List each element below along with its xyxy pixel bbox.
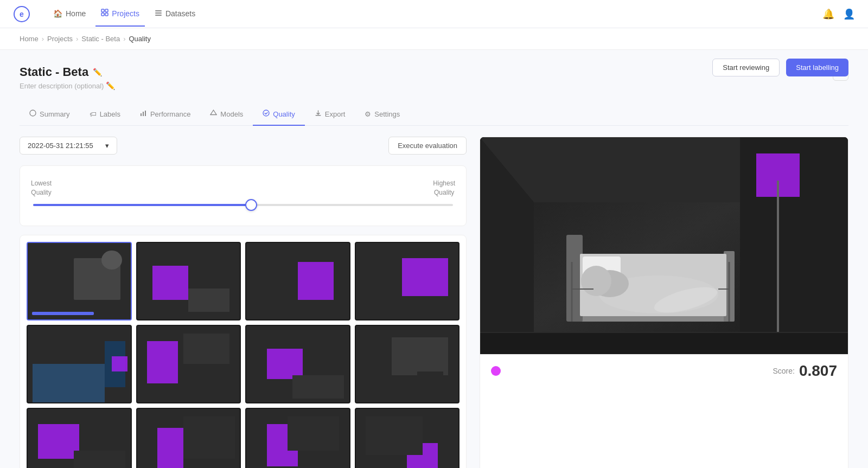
svg-marker-13 (210, 110, 216, 115)
svg-rect-15 (315, 115, 321, 116)
edit-title-icon[interactable]: ✏️ (93, 68, 102, 76)
page-container: Static - Beta ✏️ Enter description (opti… (0, 50, 868, 468)
svg-rect-2 (101, 9, 104, 12)
main-image-display (480, 137, 848, 354)
top-navigation: e 🏠 Home Projects Datasets 🔔 👤 (0, 0, 868, 28)
chevron-down-icon: ▾ (105, 142, 109, 150)
home-icon: 🏠 (53, 9, 62, 18)
project-info: Static - Beta ✏️ Enter description (opti… (20, 65, 115, 90)
grid-item-1[interactable] (136, 242, 241, 320)
projects-icon (101, 9, 108, 18)
nav-links: 🏠 Home Projects Datasets (48, 1, 201, 27)
grid-item-9[interactable] (136, 408, 241, 468)
labels-icon: 🏷 (90, 110, 97, 118)
date-selector-row: 2022-05-31 21:21:55 ▾ Execute evaluation (20, 137, 467, 155)
breadcrumb-sep-3: › (123, 35, 125, 43)
summary-icon (29, 110, 36, 118)
action-buttons: Start reviewing Start labelling (712, 59, 848, 76)
grid-item-8[interactable] (27, 408, 132, 468)
grid-item-10[interactable] (245, 408, 350, 468)
main-image-svg (480, 137, 848, 354)
tab-quality[interactable]: Quality (253, 103, 304, 126)
svg-rect-6 (155, 10, 162, 11)
quality-slider-wrapper[interactable] (31, 204, 455, 206)
datasets-icon (155, 9, 162, 18)
svg-rect-10 (141, 113, 142, 116)
nav-right: 🔔 👤 (822, 8, 855, 20)
start-reviewing-button[interactable]: Start reviewing (712, 59, 780, 76)
nav-home[interactable]: 🏠 Home (48, 2, 91, 27)
grid-item-11[interactable] (355, 408, 460, 468)
grid-item-3[interactable] (355, 242, 460, 320)
tab-performance[interactable]: Performance (130, 103, 200, 126)
breadcrumb-current: Quality (129, 35, 151, 43)
date-dropdown[interactable]: 2022-05-31 21:21:55 ▾ (20, 137, 117, 155)
svg-rect-12 (145, 111, 146, 116)
grid-item-7[interactable] (355, 325, 460, 403)
slider-fill (33, 204, 251, 206)
bell-button[interactable]: 🔔 (822, 8, 834, 20)
export-icon (315, 110, 322, 118)
project-title: Static - Beta (20, 65, 88, 79)
app-logo[interactable]: e (13, 5, 30, 23)
slider-track (33, 204, 453, 206)
grid-item-0[interactable] (27, 242, 132, 320)
grid-item-6[interactable] (245, 325, 350, 403)
svg-point-14 (263, 110, 269, 116)
performance-icon (140, 110, 147, 118)
grid-item-2[interactable] (245, 242, 350, 320)
slider-thumb[interactable] (245, 199, 257, 211)
project-title-row: Static - Beta ✏️ (20, 65, 115, 79)
score-bar: Score: 0.807 (480, 354, 848, 387)
nav-datasets[interactable]: Datasets (149, 1, 201, 27)
grid-item-4[interactable] (27, 325, 132, 403)
project-tabs: Summary 🏷 Labels Performance Models Qual… (20, 103, 848, 126)
quality-icon (263, 110, 270, 118)
svg-rect-5 (105, 13, 108, 16)
settings-icon: ⚙ (365, 110, 371, 118)
breadcrumb-home[interactable]: Home (20, 35, 39, 43)
start-labelling-button[interactable]: Start labelling (786, 59, 848, 76)
svg-rect-8 (155, 15, 162, 16)
lowest-quality-label: Lowest Quality (31, 179, 52, 197)
score-label: Score: (773, 367, 794, 375)
image-grid (20, 235, 467, 468)
svg-rect-3 (105, 9, 108, 12)
tab-summary[interactable]: Summary (20, 103, 80, 126)
svg-rect-4 (101, 13, 104, 16)
quality-slider-area: Lowest Quality Highest Quality (20, 165, 467, 226)
edit-desc-icon[interactable]: ✏️ (106, 81, 115, 90)
svg-rect-7 (155, 12, 162, 14)
execute-evaluation-button[interactable]: Execute evaluation (388, 137, 467, 155)
tab-models[interactable]: Models (200, 103, 253, 126)
content-area: 2022-05-31 21:21:55 ▾ Execute evaluation… (20, 137, 848, 468)
user-button[interactable]: 👤 (843, 8, 855, 20)
svg-text:e: e (20, 10, 24, 18)
tab-settings[interactable]: ⚙ Settings (355, 103, 410, 126)
left-panel: 2022-05-31 21:21:55 ▾ Execute evaluation… (20, 137, 467, 468)
breadcrumb-sep-2: › (76, 35, 78, 43)
models-icon (210, 110, 217, 118)
svg-rect-38 (480, 332, 848, 354)
svg-rect-11 (143, 112, 144, 116)
svg-point-9 (30, 110, 36, 116)
tab-labels[interactable]: 🏷 Labels (80, 103, 130, 126)
score-dot (491, 366, 501, 376)
project-description[interactable]: Enter description (optional) ✏️ (20, 81, 115, 90)
slider-labels: Lowest Quality Highest Quality (31, 179, 455, 197)
breadcrumb-sep-1: › (42, 35, 44, 43)
nav-projects[interactable]: Projects (95, 1, 145, 27)
breadcrumb-static-beta[interactable]: Static - Beta (81, 35, 120, 43)
breadcrumb: Home › Projects › Static - Beta › Qualit… (0, 28, 868, 50)
score-value: 0.807 (799, 362, 837, 380)
breadcrumb-projects[interactable]: Projects (47, 35, 73, 43)
tab-export[interactable]: Export (305, 103, 355, 126)
grid-item-5[interactable] (136, 325, 241, 403)
right-panel: Score: 0.807 (480, 137, 848, 468)
svg-point-30 (581, 266, 611, 296)
highest-quality-label: Highest Quality (433, 179, 455, 197)
